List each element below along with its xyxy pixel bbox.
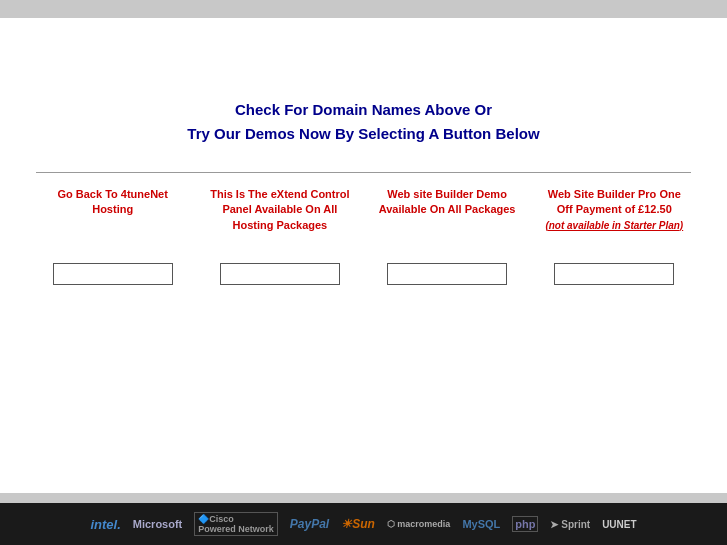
footer-bar: intel. Microsoft 🔷CiscoPowered Network P… (0, 503, 727, 545)
sun-logo: ☀Sun (341, 517, 375, 531)
col1-label: Go Back To 4tuneNet Hosting (38, 187, 188, 257)
col4-note: (not available in Starter Plan) (545, 220, 683, 231)
cisco-logo: 🔷CiscoPowered Network (194, 512, 278, 536)
heading-line1: Check For Domain Names Above Or Try Our … (187, 98, 539, 146)
col2-label: This Is The eXtend Control Panel Availab… (205, 187, 355, 257)
php-logo: php (512, 516, 538, 532)
col1-button[interactable] (53, 263, 173, 285)
col4-button[interactable] (554, 263, 674, 285)
microsoft-logo: Microsoft (133, 518, 183, 530)
content-area: Check For Domain Names Above Or Try Our … (0, 0, 727, 503)
heading-section: Check For Domain Names Above Or Try Our … (187, 98, 539, 146)
uunet-logo: UUNET (602, 519, 636, 530)
col4-label: Web Site Builder Pro One Off Payment of … (539, 187, 689, 257)
column-4: Web Site Builder Pro One Off Payment of … (539, 187, 689, 285)
page-wrapper: Check For Domain Names Above Or Try Our … (0, 0, 727, 545)
mysql-logo: MySQL (462, 518, 500, 530)
sprint-logo: ➤ Sprint (550, 519, 590, 530)
column-2: This Is The eXtend Control Panel Availab… (205, 187, 355, 285)
buttons-row: Go Back To 4tuneNet Hosting This Is The … (29, 187, 698, 285)
col3-button[interactable] (387, 263, 507, 285)
main-container: Check For Domain Names Above Or Try Our … (0, 18, 727, 493)
divider (36, 172, 690, 173)
column-1: Go Back To 4tuneNet Hosting (38, 187, 188, 285)
column-3: Web site Builder Demo Available On All P… (372, 187, 522, 285)
paypal-logo: PayPal (290, 517, 329, 531)
macromedia-logo: ⬡ macromedia (387, 519, 451, 529)
col2-button[interactable] (220, 263, 340, 285)
col3-label: Web site Builder Demo Available On All P… (372, 187, 522, 257)
intel-logo: intel. (90, 517, 120, 532)
